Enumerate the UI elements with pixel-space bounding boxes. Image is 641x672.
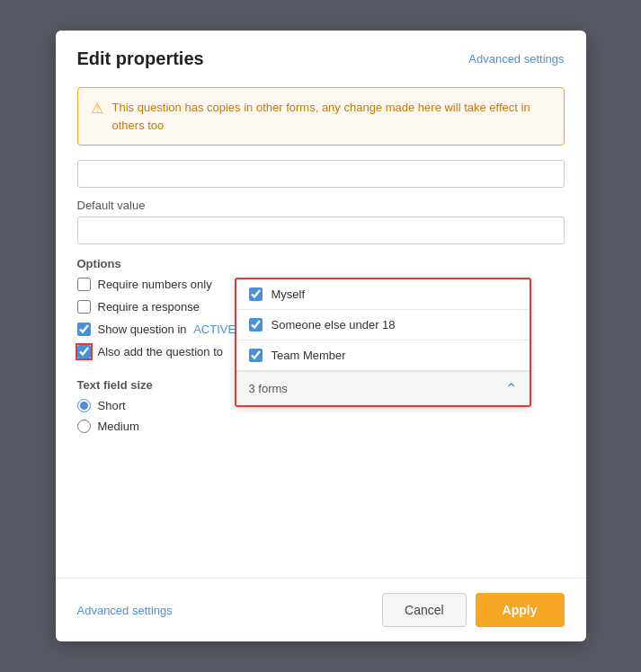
- modal-overlay: Edit properties Advanced settings ⚠ This…: [0, 0, 641, 672]
- default-value-label: Default value: [77, 199, 565, 212]
- footer-left: Advanced settings: [77, 604, 173, 617]
- someone-else-checkbox[interactable]: [249, 318, 263, 332]
- also-add-checkbox[interactable]: [77, 345, 91, 358]
- options-row: Require numbers only Require a response …: [77, 278, 565, 367]
- modal-header: Edit properties Advanced settings: [56, 31, 586, 80]
- advanced-settings-header-link[interactable]: Advanced settings: [468, 52, 564, 66]
- active-highlight: ACTIVE: [193, 323, 236, 336]
- medium-label: Medium: [98, 420, 139, 433]
- dropdown-item-myself: Myself: [236, 279, 530, 310]
- advanced-settings-footer-link[interactable]: Advanced settings: [77, 604, 173, 617]
- dropdown-item-team-member: Team Member: [236, 340, 530, 371]
- show-question-checkbox[interactable]: [77, 323, 91, 336]
- myself-label: Myself: [272, 287, 306, 301]
- dropdown-item-someone-else: Someone else under 18: [236, 310, 530, 340]
- require-response-label: Require a response: [98, 300, 200, 314]
- cancel-button[interactable]: Cancel: [382, 593, 467, 627]
- someone-else-label: Someone else under 18: [272, 318, 396, 332]
- edit-properties-modal: Edit properties Advanced settings ⚠ This…: [56, 31, 586, 641]
- dropdown-footer[interactable]: 3 forms ⌃: [236, 371, 530, 405]
- chevron-up-icon: ⌃: [505, 380, 517, 397]
- medium-radio-row: Medium: [77, 420, 565, 433]
- options-section-label: Options: [77, 257, 565, 270]
- team-member-checkbox[interactable]: [249, 349, 263, 362]
- apply-button[interactable]: Apply: [476, 593, 565, 627]
- short-radio[interactable]: [77, 399, 91, 412]
- default-value-group: Default value: [77, 199, 565, 244]
- medium-radio[interactable]: [77, 420, 91, 433]
- team-member-label: Team Member: [272, 349, 346, 362]
- also-add-label: Also add the question to: [98, 345, 224, 358]
- footer-buttons: Cancel Apply: [382, 593, 564, 627]
- modal-body: ⚠ This question has copies in other form…: [56, 80, 586, 570]
- require-numbers-checkbox[interactable]: [77, 278, 91, 291]
- warning-banner: ⚠ This question has copies in other form…: [77, 87, 565, 146]
- modal-title: Edit properties: [77, 49, 204, 69]
- top-input-field[interactable]: [77, 160, 565, 188]
- default-value-input[interactable]: [77, 217, 565, 244]
- require-response-checkbox[interactable]: [77, 300, 91, 314]
- warning-icon: ⚠: [91, 100, 103, 117]
- forms-dropdown-popup: Myself Someone else under 18 Team Member…: [235, 278, 531, 407]
- modal-footer: Advanced settings Cancel Apply: [56, 578, 586, 641]
- myself-checkbox[interactable]: [249, 287, 263, 301]
- show-question-label: Show question in ACTIVE: [98, 323, 236, 336]
- forms-count-label: 3 forms: [249, 382, 288, 395]
- top-input-row: [77, 160, 565, 188]
- warning-text: This question has copies in other forms,…: [112, 99, 551, 134]
- require-numbers-label: Require numbers only: [98, 278, 212, 291]
- short-label: Short: [98, 399, 126, 412]
